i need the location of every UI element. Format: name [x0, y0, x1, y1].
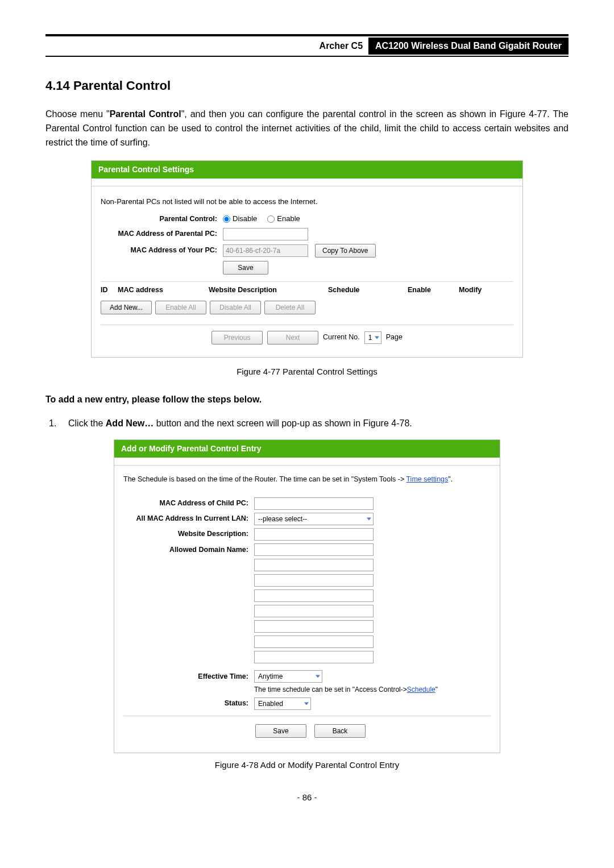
select-effective-value: Anytime: [254, 670, 322, 683]
page-label: Page: [386, 333, 403, 343]
row-save: Save: [101, 261, 513, 275]
th-id: ID: [101, 285, 118, 296]
add-new-button[interactable]: Add New...: [101, 301, 152, 314]
delete-all-button[interactable]: Delete All: [264, 301, 316, 314]
label-parental-control: Parental Control:: [101, 214, 223, 225]
current-no-label: Current No.: [323, 333, 360, 343]
label-effective-time: Effective Time:: [123, 670, 254, 682]
th-website: Website Description: [209, 285, 328, 296]
select-effective-time[interactable]: Anytime: [254, 670, 322, 683]
product-title: AC1200 Wireless Dual Band Gigabit Router: [368, 38, 569, 55]
input-allowed-1[interactable]: [254, 543, 374, 556]
previous-button[interactable]: Previous: [211, 331, 263, 344]
disable-all-button[interactable]: Disable All: [210, 301, 261, 314]
select-status-value: Enabled: [254, 697, 311, 710]
effective-hint-b: ": [435, 686, 438, 693]
page-select[interactable]: 1: [364, 331, 381, 344]
input-mac-child[interactable]: [254, 497, 374, 510]
radio-enable-input[interactable]: [267, 215, 275, 223]
step-1-addnew: Add New…: [106, 418, 154, 428]
entries-button-row: Add New... Enable All Disable All Delete…: [101, 298, 513, 320]
figure2-button-row: Save Back: [123, 716, 491, 745]
figure2-caption: Figure 4-78 Add or Modify Parental Contr…: [45, 759, 569, 771]
step-1-text-a: Click the: [68, 418, 106, 428]
th-schedule: Schedule: [328, 285, 408, 296]
input-allowed-3[interactable]: [254, 574, 374, 587]
radio-enable[interactable]: Enable: [267, 214, 300, 224]
allowed-domain-inputs: [254, 543, 374, 663]
select-all-mac-value: --please select--: [254, 513, 374, 525]
input-allowed-7[interactable]: [254, 636, 374, 648]
header-bottom-rule: [45, 56, 569, 57]
figure1-title: Parental Control Settings: [92, 161, 522, 179]
th-modify: Modify: [459, 285, 499, 296]
figure1-caption: Figure 4-77 Parental Control Settings: [45, 366, 569, 377]
input-allowed-2[interactable]: [254, 559, 374, 571]
intro-prefix: Choose menu ": [45, 109, 110, 119]
copy-to-above-button[interactable]: Copy To Above: [315, 244, 376, 258]
schedule-note-b: ".: [448, 475, 453, 483]
label-mac-child: MAC Address of Child PC:: [123, 499, 254, 509]
figure-parental-settings: Parental Control Settings Non-Parental P…: [91, 160, 523, 358]
enable-all-button[interactable]: Enable All: [155, 301, 206, 314]
label-mac-your: MAC Address of Your PC:: [101, 246, 223, 256]
label-mac-parental: MAC Address of Parental PC:: [101, 229, 223, 239]
step-1: 1. Click the Add New… button and the nex…: [45, 417, 569, 430]
figure2-sep: [114, 458, 500, 466]
input-allowed-5[interactable]: [254, 605, 374, 617]
input-website-desc[interactable]: [254, 528, 374, 541]
page-header-bar: Archer C5 AC1200 Wireless Dual Band Giga…: [45, 38, 569, 55]
row-mac-parental: MAC Address of Parental PC:: [101, 228, 513, 240]
input-allowed-6[interactable]: [254, 620, 374, 633]
pager: Previous Next Current No. 1 Page: [101, 325, 513, 349]
radio-enable-label: Enable: [277, 214, 300, 224]
label-status: Status:: [123, 699, 254, 709]
section-heading: 4.14 Parental Control: [45, 77, 569, 95]
label-all-mac: All MAC Address In Current LAN:: [123, 514, 254, 524]
step-1-text-c: button and the next screen will pop-up a…: [154, 418, 412, 428]
select-all-mac[interactable]: --please select--: [254, 513, 374, 525]
step-1-number: 1.: [45, 417, 68, 430]
effective-hint: The time schedule can be set in "Access …: [254, 685, 438, 695]
next-button[interactable]: Next: [267, 331, 318, 344]
time-settings-link[interactable]: Time settings: [406, 475, 448, 483]
select-status[interactable]: Enabled: [254, 697, 311, 710]
label-website-desc: Website Description:: [123, 529, 254, 539]
th-mac: MAC address: [118, 285, 209, 296]
schedule-note-a: The Schedule is based on the time of the…: [123, 475, 406, 483]
radio-disable-input[interactable]: [223, 215, 230, 223]
header-top-rule: [45, 34, 569, 36]
input-allowed-4[interactable]: [254, 589, 374, 602]
figure2-title: Add or Modify Parental Control Entry: [114, 440, 500, 458]
schedule-note: The Schedule is based on the time of the…: [123, 475, 491, 485]
radio-disable-label: Disable: [233, 214, 257, 224]
entries-table-header: ID MAC address Website Description Sched…: [101, 282, 513, 299]
input-allowed-8[interactable]: [254, 651, 374, 663]
schedule-link[interactable]: Schedule: [407, 686, 435, 693]
non-parental-note: Non-Parental PCs not listed will not be …: [101, 197, 513, 207]
row-parental-control: Parental Control: Disable Enable: [101, 214, 513, 224]
input-mac-parental[interactable]: [223, 228, 308, 240]
page-number: - 86 -: [45, 791, 569, 803]
intro-paragraph: Choose menu "Parental Control", and then…: [45, 107, 569, 149]
th-enable: Enable: [408, 285, 459, 296]
radio-disable[interactable]: Disable: [223, 214, 257, 224]
save-button[interactable]: Save: [223, 261, 268, 275]
page-select-value: 1: [364, 331, 381, 344]
row-mac-your: MAC Address of Your PC: Copy To Above: [101, 244, 513, 258]
figure1-sep: [92, 178, 522, 186]
save-entry-button[interactable]: Save: [255, 724, 306, 738]
steps-subheading: To add a new entry, please follow the st…: [45, 393, 569, 406]
effective-hint-a: The time schedule can be set in "Access …: [254, 686, 407, 693]
back-button[interactable]: Back: [314, 724, 366, 738]
intro-bold: Parental Control: [110, 109, 181, 119]
input-mac-your: [223, 244, 308, 257]
model-label: Archer C5: [314, 38, 368, 55]
label-allowed-domain: Allowed Domain Name:: [123, 543, 254, 555]
figure-add-modify-entry: Add or Modify Parental Control Entry The…: [114, 439, 500, 753]
